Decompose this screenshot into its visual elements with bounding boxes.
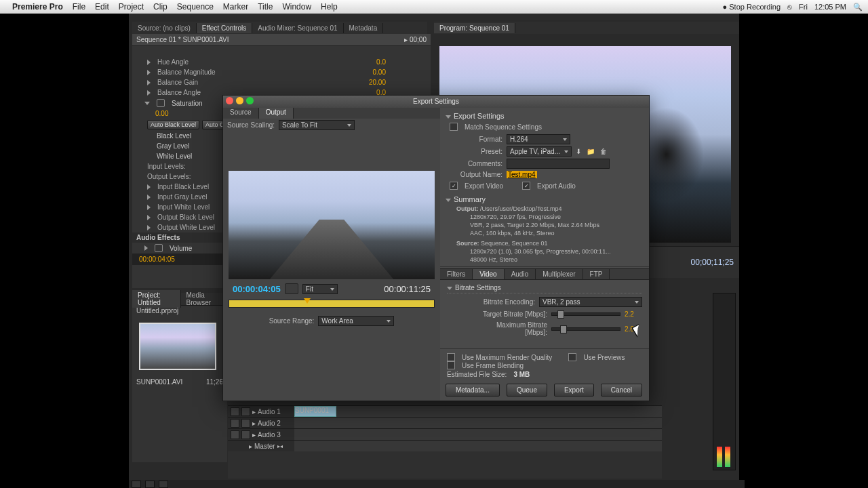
delete-preset-icon[interactable]: 🗑 [600, 148, 607, 155]
group-bitrate-settings[interactable]: Bitrate Settings [455, 284, 501, 291]
tab-program[interactable]: Program: Sequence 01 [434, 23, 515, 33]
section-summary[interactable]: Summary [454, 195, 486, 203]
param-input-white[interactable]: Input White Level [157, 203, 210, 211]
param-balance-magnitude[interactable]: Balance Magnitude [157, 68, 216, 76]
tool-icon[interactable] [145, 481, 155, 488]
mute-icon[interactable] [231, 407, 239, 416]
save-preset-icon[interactable]: ⬇ [576, 148, 581, 155]
program-timecode[interactable]: 00;00;11;25 [691, 258, 734, 267]
menu-edit[interactable]: Edit [95, 2, 109, 12]
param-output-white[interactable]: Output White Level [157, 224, 215, 231]
clock[interactable]: 12:05 PM [814, 3, 846, 11]
tab-metadata[interactable]: Metadata [344, 23, 384, 33]
playhead-icon[interactable] [304, 298, 311, 304]
param-black-level[interactable]: Black Level [157, 132, 191, 140]
use-previews-checkbox[interactable] [568, 353, 576, 361]
program-panel-tabs: Program: Sequence 01 [434, 22, 739, 35]
preview-timecode-out: 00:00:11:25 [384, 284, 431, 294]
day-label: Fri [799, 3, 808, 11]
preview-timecode-in[interactable]: 00:00:04:05 [233, 284, 281, 294]
effect-volume[interactable]: Volume [170, 245, 192, 252]
project-file: Untitled.prproj [136, 307, 178, 314]
param-input-black[interactable]: Input Black Level [157, 183, 209, 190]
frame-blending-checkbox[interactable] [447, 361, 455, 369]
comments-input[interactable] [507, 159, 610, 169]
minimize-icon[interactable] [236, 97, 243, 104]
param-output-black[interactable]: Output Black Level [157, 214, 214, 221]
param-white-level[interactable]: White Level [157, 152, 192, 160]
param-saturation[interactable]: Saturation [172, 100, 203, 107]
tab-audio[interactable]: Audio [505, 269, 536, 279]
target-bitrate-value[interactable]: 2.2 [625, 310, 642, 318]
tab-source-preview[interactable]: Source [223, 108, 259, 119]
import-preset-icon[interactable]: 📁 [587, 148, 595, 155]
section-export-settings[interactable]: Export Settings [454, 112, 505, 120]
tool-icon[interactable] [132, 481, 141, 488]
tab-source[interactable]: Source: (no clips) [132, 23, 197, 33]
param-balance-angle[interactable]: Balance Angle [157, 89, 201, 96]
app-name[interactable]: Premiere Pro [12, 2, 63, 12]
auto-black-level-button[interactable]: Auto Black Level [147, 120, 199, 129]
match-sequence-checkbox[interactable] [450, 123, 458, 131]
estimated-file-size: 3 MB [513, 371, 530, 378]
menu-file[interactable]: File [73, 2, 85, 12]
tab-media-browser[interactable]: Media Browser [181, 290, 228, 308]
play-icon[interactable] [285, 283, 298, 294]
menu-window[interactable]: Window [282, 2, 311, 12]
stop-recording[interactable]: ● Stop Recording [723, 3, 781, 11]
export-video-checkbox[interactable] [450, 182, 458, 190]
export-button[interactable]: Export [554, 384, 594, 396]
tab-project[interactable]: Project: Untitled [132, 290, 181, 308]
menu-marker[interactable]: Marker [223, 2, 248, 12]
menu-extra-icon[interactable]: ⎋ [787, 3, 792, 11]
dialog-titlebar[interactable]: Export Settings [223, 96, 649, 108]
tab-output-preview[interactable]: Output [259, 108, 294, 119]
tab-audio-mixer[interactable]: Audio Mixer: Sequence 01 [252, 23, 343, 33]
source-range-select[interactable]: Work Area [318, 316, 394, 326]
max-bitrate-slider[interactable] [551, 327, 620, 331]
tab-video[interactable]: Video [473, 269, 504, 279]
metadata-button[interactable]: Metadata... [446, 384, 500, 396]
label-input-levels: Input Levels: [147, 163, 186, 170]
timeline-panel[interactable]: ▸Audio 1SUNP0001 ▸Audio 2 ▸Audio 3 ▸Mast… [228, 405, 662, 479]
param-gray-level[interactable]: Gray Level [157, 142, 189, 150]
menu-title[interactable]: Title [258, 2, 273, 12]
export-option-tabs: Filters Video Audio Multiplexer FTP [440, 268, 649, 280]
tab-filters[interactable]: Filters [440, 269, 473, 279]
solo-icon[interactable] [241, 407, 250, 416]
menu-help[interactable]: Help [321, 2, 338, 12]
clip-name[interactable]: SUNP0001.AVI [136, 378, 182, 386]
export-preview-pane: Source Output Source Scaling: Scale To F… [223, 108, 441, 401]
queue-button[interactable]: Queue [507, 384, 547, 396]
max-render-quality-checkbox[interactable] [447, 353, 455, 361]
preset-select[interactable]: Apple TV, iPad... [507, 146, 572, 157]
spotlight-icon[interactable]: 🔍 [853, 3, 863, 12]
source-scaling-select[interactable]: Scale To Fit [279, 120, 355, 130]
tool-icon[interactable] [159, 481, 168, 488]
clip-thumbnail[interactable] [139, 323, 216, 370]
format-select[interactable]: H.264 [507, 134, 570, 144]
param-input-gray[interactable]: Input Gray Level [157, 193, 207, 201]
export-preview-video[interactable] [229, 171, 435, 279]
label-source-range: Source Range: [269, 317, 315, 325]
preview-scrubber[interactable] [229, 300, 435, 308]
menu-project[interactable]: Project [119, 2, 144, 12]
fit-select[interactable]: Fit [302, 284, 338, 294]
param-balance-gain[interactable]: Balance Gain [157, 79, 198, 86]
zoom-icon[interactable] [246, 97, 254, 104]
tab-multiplexer[interactable]: Multiplexer [536, 269, 583, 279]
export-audio-checkbox[interactable] [522, 182, 530, 190]
tab-ftp[interactable]: FTP [583, 269, 610, 279]
target-bitrate-slider[interactable] [551, 312, 620, 316]
menu-sequence[interactable]: Sequence [177, 2, 214, 12]
ec-timecode[interactable]: 00:00:04:05 [136, 255, 178, 264]
close-icon[interactable] [226, 97, 233, 104]
menu-clip[interactable]: Clip [153, 2, 167, 12]
cancel-button[interactable]: Cancel [601, 384, 642, 396]
output-name-link[interactable]: Test.mp4 [507, 171, 537, 178]
bitrate-encoding-select[interactable]: VBR, 2 pass [539, 297, 642, 307]
audio-clip[interactable]: SUNP0001 [294, 406, 336, 417]
param-hue-angle[interactable]: Hue Angle [157, 58, 189, 66]
dialog-title: Export Settings [413, 98, 459, 105]
tab-effect-controls[interactable]: Effect Controls [197, 23, 252, 33]
